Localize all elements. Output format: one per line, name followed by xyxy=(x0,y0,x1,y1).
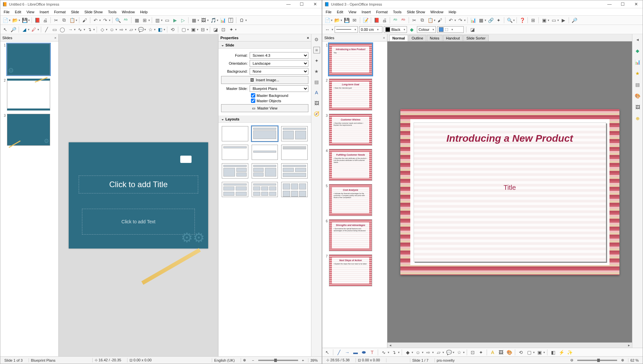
line-color-combo[interactable]: Black▾ xyxy=(384,26,407,33)
save-icon[interactable]: 💾 xyxy=(21,17,28,24)
callouts-icon[interactable]: 💬 xyxy=(137,26,144,33)
slide-thumbnail-2[interactable]: Long-term Goal • State the intended goal xyxy=(329,79,372,110)
undo-icon[interactable]: ↶ xyxy=(92,17,99,24)
menu-slideshow[interactable]: Slide Show xyxy=(82,9,105,15)
line-color-icon[interactable]: 🖊 xyxy=(30,26,38,33)
slide-title[interactable]: Introducing a New Product xyxy=(414,133,606,144)
fit-page-icon[interactable]: ⊕ xyxy=(241,358,248,362)
insert-image-icon[interactable]: 🖼 xyxy=(200,17,207,24)
layout-6content[interactable] xyxy=(252,182,278,197)
basic-shapes-icon[interactable]: ◇ xyxy=(99,26,106,33)
copy-icon[interactable]: ⧉ xyxy=(60,17,68,24)
line-icon[interactable]: ╱ xyxy=(43,26,50,33)
ellipse-icon[interactable]: ⬬ xyxy=(360,349,367,356)
insert-chart-icon[interactable]: 📊 xyxy=(219,17,226,24)
menu-edit[interactable]: Edit xyxy=(13,9,23,15)
slide-thumbnail-2[interactable] xyxy=(7,79,50,110)
hyperlink-icon[interactable]: 🔗 xyxy=(487,17,494,24)
spellcheck-icon[interactable]: ᴬᵇ xyxy=(392,17,399,24)
custom-animation-deck-icon[interactable]: ★ xyxy=(634,70,641,77)
layout-4content[interactable] xyxy=(222,182,248,197)
arrange-icon[interactable]: ▣ xyxy=(190,26,197,33)
start-beginning-icon[interactable]: ▶ xyxy=(171,17,179,24)
zoom-pan-icon[interactable]: 🔎 xyxy=(10,26,17,33)
menu-edit[interactable]: Edit xyxy=(335,9,345,15)
rectangle-icon[interactable]: ▭ xyxy=(51,26,58,33)
animation-deck-icon[interactable]: ★ xyxy=(313,68,320,75)
tab-slide-sorter[interactable]: Slide Sorter xyxy=(463,35,488,41)
open-icon[interactable]: 📂 xyxy=(333,17,341,24)
block-arrows-icon[interactable]: ⇨ xyxy=(118,26,125,33)
arrow-style-icon[interactable]: ↔ xyxy=(324,26,331,33)
curve-icon[interactable]: ∿ xyxy=(380,349,387,356)
redo-icon[interactable]: ↷ xyxy=(102,17,109,24)
orientation-select[interactable]: Landscape xyxy=(250,60,308,67)
3d-objects-icon[interactable]: ◧ xyxy=(156,26,164,33)
fill-color-combo[interactable]: ⬚▾ xyxy=(437,26,464,33)
slide-thumbnail-1[interactable]: ⚙ xyxy=(7,43,50,75)
format-paintbrush-icon[interactable]: 🖌 xyxy=(436,17,443,24)
layout-title-only[interactable] xyxy=(222,145,248,160)
slideshow-icon[interactable]: ▶ xyxy=(560,17,567,24)
curve-icon[interactable]: ∿ xyxy=(76,26,84,33)
symbol-shapes-icon[interactable]: ☺ xyxy=(414,349,422,356)
edit-file-icon[interactable]: 📝 xyxy=(362,17,369,24)
title-placeholder[interactable]: Click to add Title xyxy=(79,176,198,193)
spellcheck-icon[interactable]: ᴬᵇ xyxy=(122,17,129,24)
menu-file[interactable]: File xyxy=(324,9,334,15)
layout-right-split[interactable] xyxy=(252,163,278,179)
fill-color-icon[interactable]: ◢ xyxy=(21,26,28,33)
find-icon[interactable]: 🔎 xyxy=(571,17,578,24)
master-pages-deck-icon[interactable]: 📊 xyxy=(634,59,641,65)
close-panel-icon[interactable]: × xyxy=(383,36,385,40)
insert-textbox-icon[interactable]: 🅃 xyxy=(227,17,234,24)
grid-icon[interactable]: ⊞ xyxy=(529,17,537,24)
slide-canvas[interactable]: Click to add Title Click to add Text ⚙⚙ xyxy=(69,142,208,249)
slide-thumbnail-6[interactable]: Strengths and Advantages • Summarise the… xyxy=(329,219,372,251)
navigator-deck-icon[interactable]: 🧭 xyxy=(313,110,320,117)
menu-window[interactable]: Window xyxy=(428,9,445,15)
zoom-slider[interactable] xyxy=(577,360,617,361)
slide-editor[interactable]: Introducing a New Product Title xyxy=(387,41,632,342)
undo-icon[interactable]: ↶ xyxy=(447,17,454,24)
stars-icon[interactable]: ☆ xyxy=(455,349,463,356)
insert-av-icon[interactable]: 🎵 xyxy=(209,17,217,24)
find-icon[interactable]: 🔍 xyxy=(114,17,121,24)
help-icon[interactable]: ❓ xyxy=(519,17,526,24)
zoom-in-icon[interactable]: + xyxy=(302,358,304,362)
points-icon[interactable]: ⊡ xyxy=(469,349,476,356)
navigator-deck-icon[interactable]: ⊕ xyxy=(634,115,641,122)
symbol-shapes-icon[interactable]: ☺ xyxy=(108,26,116,33)
email-icon[interactable]: ✉ xyxy=(351,17,358,24)
layout-2content[interactable] xyxy=(281,145,308,160)
menu-window[interactable]: Window xyxy=(120,9,137,15)
slide-thumbnail-5[interactable]: Cost Analysis • Indicate the financial a… xyxy=(329,184,372,216)
layout-blank[interactable] xyxy=(222,126,248,141)
slide-thumbnail-4[interactable]: Fulfilling Customer Needs • Describe the… xyxy=(329,149,372,181)
redo-icon[interactable]: ↷ xyxy=(457,17,464,24)
fill-style-combo[interactable]: Colour▾ xyxy=(417,26,436,33)
insert-special-icon[interactable]: Ω xyxy=(238,17,245,24)
animation-icon[interactable]: ✨ xyxy=(566,349,573,356)
copy-icon[interactable]: ⧉ xyxy=(419,17,426,24)
new-icon[interactable]: 📄 xyxy=(324,17,331,24)
slide-thumbnail-3[interactable]: ⚙ xyxy=(7,114,50,146)
rotate-icon[interactable]: ⟲ xyxy=(169,26,176,33)
layout-top-split[interactable] xyxy=(281,163,308,179)
zoom-icon[interactable]: 🔍 xyxy=(506,17,513,24)
gallery-icon[interactable]: 🎨 xyxy=(506,349,513,356)
tab-notes[interactable]: Notes xyxy=(427,35,442,41)
line-width-combo[interactable]: 0.00 cm▾ xyxy=(359,26,382,33)
tab-handout[interactable]: Handout xyxy=(443,35,463,41)
layout-grid[interactable] xyxy=(281,182,308,197)
line-icon[interactable]: ╱ xyxy=(335,349,343,356)
menu-help[interactable]: Help xyxy=(447,9,458,15)
layout-left-split[interactable] xyxy=(222,163,248,179)
ellipse-icon[interactable]: ◯ xyxy=(59,26,66,33)
navigator-icon[interactable]: ✦ xyxy=(495,17,502,24)
slide-icon[interactable]: ▭ xyxy=(550,17,557,24)
arrange-icon[interactable]: ▣ xyxy=(536,349,543,356)
slide-transition-deck-icon[interactable]: ✦ xyxy=(313,57,320,64)
open-icon[interactable]: 📂 xyxy=(11,17,19,24)
close-button[interactable]: ✕ xyxy=(310,2,320,7)
